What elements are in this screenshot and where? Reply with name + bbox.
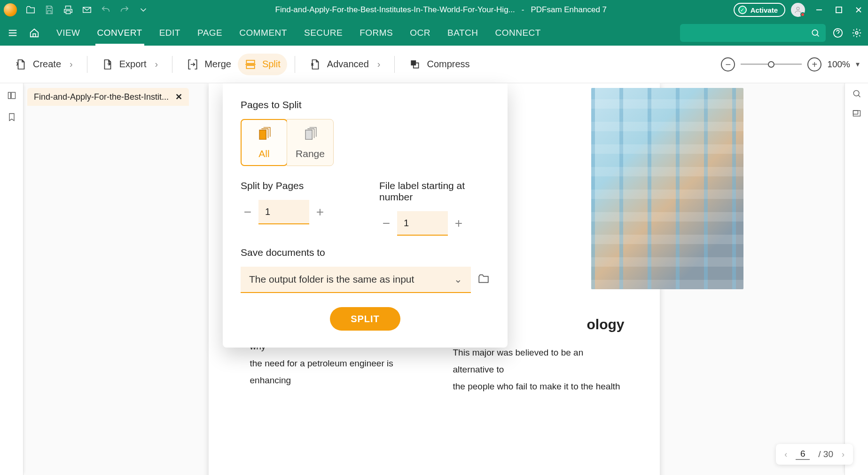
compress-label: Compress (427, 59, 469, 70)
menu-item-view[interactable]: VIEW (48, 20, 89, 46)
hamburger-menu-button[interactable] (5, 25, 21, 41)
menu-item-comment[interactable]: COMMENT (231, 20, 296, 46)
split-by-pages-label: Split by Pages (241, 180, 351, 191)
left-rail (0, 83, 23, 475)
zoom-slider[interactable] (741, 63, 802, 65)
pages-to-split-label: Pages to Split (241, 99, 490, 111)
chevron-down-icon: ⌄ (454, 274, 462, 285)
home-button[interactable] (26, 25, 42, 41)
chevron-down-icon[interactable]: ▾ (856, 60, 860, 69)
export-icon (102, 58, 114, 71)
svg-rect-6 (246, 65, 254, 69)
split-pages-input[interactable] (258, 200, 309, 224)
redo-icon[interactable] (119, 5, 130, 15)
mail-icon[interactable] (82, 5, 92, 15)
zoom-in-button[interactable]: + (807, 57, 821, 71)
export-button[interactable]: Export › (95, 54, 164, 75)
window-maximize-button[interactable] (833, 4, 845, 16)
chevron-right-icon: › (155, 59, 158, 70)
split-submit-button[interactable]: SPLIT (330, 307, 400, 331)
split-pages-decrement[interactable]: − (241, 205, 255, 219)
convert-toolbar: Create › Export › Merge Split Advanced ›… (0, 46, 868, 83)
compress-icon (409, 58, 421, 71)
merge-icon (187, 58, 199, 71)
menu-item-batch[interactable]: BATCH (439, 20, 486, 46)
browse-folder-button[interactable] (477, 273, 490, 287)
prev-page-button[interactable]: ‹ (784, 450, 787, 459)
svg-rect-1 (836, 7, 842, 13)
file-label-increment[interactable]: + (452, 216, 466, 230)
page-navigator: ‹ / 30 › (776, 444, 853, 465)
menu-bar: VIEWCONVERTEDITPAGECOMMENTSECUREFORMSOCR… (0, 20, 868, 46)
recent-dropdown-icon[interactable] (138, 5, 149, 15)
window-minimize-button[interactable] (813, 4, 825, 16)
title-bar: Find-and-Apply-For-the-Best-Institutes-I… (0, 0, 868, 20)
title-dash: - (522, 5, 524, 15)
create-label: Create (33, 59, 61, 70)
window-close-button[interactable] (853, 4, 864, 16)
print-icon[interactable] (63, 5, 73, 15)
right-rail (845, 83, 868, 475)
advanced-icon (309, 58, 321, 71)
split-tab-range-label: Range (296, 148, 325, 159)
page-number-input[interactable] (796, 449, 810, 460)
output-folder-value: The output folder is the same as input (249, 274, 414, 285)
menu-item-convert[interactable]: CONVERT (89, 20, 151, 46)
split-tab-all[interactable]: All (241, 119, 288, 166)
save-icon[interactable] (44, 5, 55, 15)
menu-item-connect[interactable]: CONNECT (486, 20, 549, 46)
pages-all-icon (256, 126, 272, 144)
create-button[interactable]: Create › (8, 54, 79, 75)
find-button[interactable] (852, 89, 861, 100)
split-tab-range[interactable]: Range (287, 119, 334, 166)
document-text: This major was believed to be an alterna… (453, 344, 625, 378)
svg-point-11 (853, 90, 859, 96)
undo-icon[interactable] (101, 5, 111, 15)
menu-item-forms[interactable]: FORMS (351, 20, 401, 46)
search-icon (811, 28, 820, 38)
menu-item-secure[interactable]: SECURE (296, 20, 351, 46)
create-icon (15, 58, 27, 71)
zoom-out-button[interactable]: − (721, 57, 735, 71)
zoom-thumb[interactable] (768, 61, 774, 68)
toolbar-separator (295, 56, 295, 73)
split-button[interactable]: Split (238, 54, 287, 75)
merge-button[interactable]: Merge (180, 54, 238, 75)
user-avatar[interactable] (791, 3, 805, 17)
document-text: the people who fail to make it to the he… (453, 378, 625, 395)
menu-item-edit[interactable]: EDIT (151, 20, 189, 46)
activate-button[interactable]: ✓ Activate (734, 3, 785, 17)
split-icon (244, 58, 257, 71)
notification-dot-icon (800, 12, 805, 17)
settings-button[interactable] (850, 26, 863, 40)
split-label: Split (262, 59, 281, 70)
help-button[interactable] (831, 26, 845, 40)
compress-button[interactable]: Compress (402, 54, 476, 75)
advanced-button[interactable]: Advanced › (303, 54, 387, 75)
app-name: PDFsam Enhanced 7 (531, 5, 607, 15)
chevron-right-icon: › (70, 59, 73, 70)
page-total: / 30 (818, 449, 833, 459)
svg-rect-5 (246, 60, 254, 63)
toolbar-separator (87, 56, 87, 73)
save-documents-to-label: Save documents to (241, 247, 490, 258)
merge-label: Merge (204, 59, 231, 70)
page-layout-button[interactable] (852, 109, 861, 120)
menu-item-page[interactable]: PAGE (189, 20, 231, 46)
check-circle-icon: ✓ (738, 6, 747, 14)
svg-rect-9 (8, 92, 10, 98)
next-page-button[interactable]: › (842, 450, 845, 459)
file-label-input[interactable] (397, 211, 448, 236)
menu-item-ocr[interactable]: OCR (401, 20, 439, 46)
open-folder-icon[interactable] (25, 5, 36, 15)
pages-range-icon (302, 126, 318, 144)
split-pages-increment[interactable]: + (313, 205, 327, 219)
document-image (591, 88, 743, 289)
search-input[interactable] (680, 24, 826, 42)
bookmarks-panel-button[interactable] (5, 111, 18, 124)
chevron-right-icon: › (377, 59, 381, 70)
export-label: Export (119, 59, 147, 70)
file-label-decrement[interactable]: − (379, 216, 393, 230)
thumbnails-panel-button[interactable] (5, 89, 18, 102)
output-folder-select[interactable]: The output folder is the same as input ⌄ (241, 267, 471, 293)
